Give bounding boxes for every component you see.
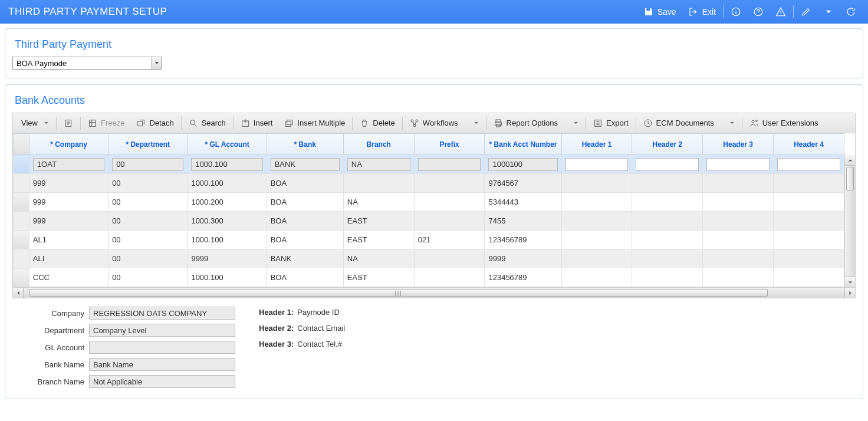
cell[interactable]: 1000.100 — [188, 231, 267, 249]
cell[interactable]: AL1 — [29, 231, 108, 249]
save-button[interactable]: Save — [637, 0, 682, 24]
scroll-thumb[interactable] — [846, 167, 854, 190]
cell[interactable] — [703, 268, 774, 287]
cell-input[interactable] — [33, 158, 104, 171]
alert-button[interactable] — [770, 0, 792, 24]
cell[interactable] — [561, 193, 632, 212]
table-row[interactable]: AL1001000.100BOAEAST021123456789 — [14, 231, 844, 249]
user-extensions-button[interactable]: User Extensions — [744, 113, 824, 133]
cell[interactable]: 999 — [29, 174, 108, 193]
cell[interactable] — [774, 231, 844, 249]
cell[interactable]: BOA — [267, 231, 343, 249]
view-menu[interactable]: View — [15, 113, 55, 133]
cell[interactable] — [703, 249, 774, 268]
cell[interactable] — [343, 155, 414, 174]
cell[interactable] — [774, 174, 844, 193]
cell[interactable] — [29, 155, 108, 174]
cell-input[interactable] — [488, 158, 557, 171]
cell-input[interactable] — [112, 158, 183, 171]
row-selector-header[interactable] — [14, 134, 29, 155]
col-header3[interactable]: Header 3 — [703, 134, 774, 155]
cell[interactable]: 5344443 — [485, 193, 561, 212]
row-selector[interactable] — [14, 268, 29, 287]
cell[interactable] — [632, 231, 703, 249]
cell[interactable]: 1000.100 — [188, 268, 267, 287]
cell-input[interactable] — [191, 158, 262, 171]
help-button[interactable] — [747, 0, 770, 24]
workflows-button[interactable]: Workflows — [404, 113, 485, 133]
cell[interactable]: 9764567 — [485, 174, 561, 193]
cell[interactable]: 7455 — [485, 212, 561, 231]
cell[interactable] — [561, 155, 632, 174]
cell[interactable] — [485, 155, 561, 174]
cell-input[interactable] — [271, 158, 340, 171]
cell[interactable]: 00 — [108, 212, 188, 231]
ecm-documents-button[interactable]: ECM Documents — [637, 113, 741, 133]
cell[interactable] — [632, 174, 703, 193]
scroll-left-button[interactable] — [13, 288, 24, 298]
cell[interactable]: 021 — [414, 231, 485, 249]
cell[interactable] — [774, 193, 844, 212]
cell[interactable]: NA — [343, 249, 414, 268]
col-gl-account[interactable]: * GL Account — [188, 134, 267, 155]
cell[interactable]: NA — [343, 193, 414, 212]
cell[interactable] — [561, 212, 632, 231]
cell[interactable]: EAST — [343, 268, 414, 287]
payment-type-input[interactable] — [13, 57, 152, 69]
delete-button[interactable]: Delete — [354, 113, 401, 133]
table-row[interactable]: 999001000.300BOAEAST7455 — [14, 212, 844, 231]
cell[interactable]: 00 — [108, 174, 188, 193]
cell[interactable]: 999 — [29, 212, 108, 231]
row-selector[interactable] — [14, 155, 29, 174]
cell[interactable] — [561, 231, 632, 249]
cell[interactable]: 00 — [108, 193, 188, 212]
insert-multiple-button[interactable]: Insert Multiple — [278, 113, 351, 133]
cell[interactable]: 1000.200 — [188, 193, 267, 212]
table-row[interactable]: 999001000.200BOANA5344443 — [14, 193, 844, 212]
table-row[interactable]: 999001000.100BOA9764567 — [14, 174, 844, 193]
payment-type-select[interactable] — [12, 57, 162, 70]
cell[interactable] — [414, 268, 485, 287]
cell[interactable] — [414, 193, 485, 212]
scroll-right-button[interactable] — [844, 288, 855, 298]
bank-accounts-table[interactable]: * Company * Department * GL Account * Ba… — [13, 133, 844, 287]
report-options-button[interactable]: Report Options — [488, 113, 584, 133]
detach-button[interactable]: Detach — [130, 113, 179, 133]
cell[interactable] — [561, 268, 632, 287]
table-row[interactable]: CCC001000.100BOAEAST123456789 — [14, 268, 844, 287]
cell[interactable]: ALI — [29, 249, 108, 268]
cell[interactable] — [774, 212, 844, 231]
cell[interactable] — [561, 249, 632, 268]
cell[interactable]: CCC — [29, 268, 108, 287]
row-selector[interactable] — [14, 212, 29, 231]
cell[interactable] — [343, 174, 414, 193]
cell[interactable]: 9999 — [485, 249, 561, 268]
cell-input[interactable] — [706, 158, 770, 171]
col-header2[interactable]: Header 2 — [632, 134, 703, 155]
col-bank[interactable]: * Bank — [267, 134, 343, 155]
col-header4[interactable]: Header 4 — [774, 134, 844, 155]
cell[interactable] — [108, 155, 188, 174]
cell[interactable]: 00 — [108, 249, 188, 268]
col-department[interactable]: * Department — [108, 134, 188, 155]
exit-button[interactable]: Exit — [682, 0, 722, 24]
search-button[interactable]: Search — [183, 113, 232, 133]
cell[interactable] — [632, 193, 703, 212]
cell[interactable]: EAST — [343, 212, 414, 231]
payment-type-dropdown-button[interactable] — [152, 57, 161, 69]
edit-button[interactable] — [795, 0, 817, 24]
cell[interactable]: 999 — [29, 193, 108, 212]
cell-input[interactable] — [565, 158, 629, 171]
col-header1[interactable]: Header 1 — [561, 134, 632, 155]
vertical-scrollbar[interactable] — [844, 155, 855, 287]
cell[interactable] — [632, 155, 703, 174]
cell[interactable] — [774, 268, 844, 287]
freeze-button[interactable]: Freeze — [82, 113, 130, 133]
row-selector[interactable] — [14, 231, 29, 249]
scroll-down-button[interactable] — [845, 277, 855, 287]
cell[interactable] — [703, 193, 774, 212]
dropdown-button[interactable] — [817, 0, 840, 24]
refresh-button[interactable] — [840, 0, 862, 24]
cell[interactable] — [414, 174, 485, 193]
cell[interactable] — [632, 212, 703, 231]
